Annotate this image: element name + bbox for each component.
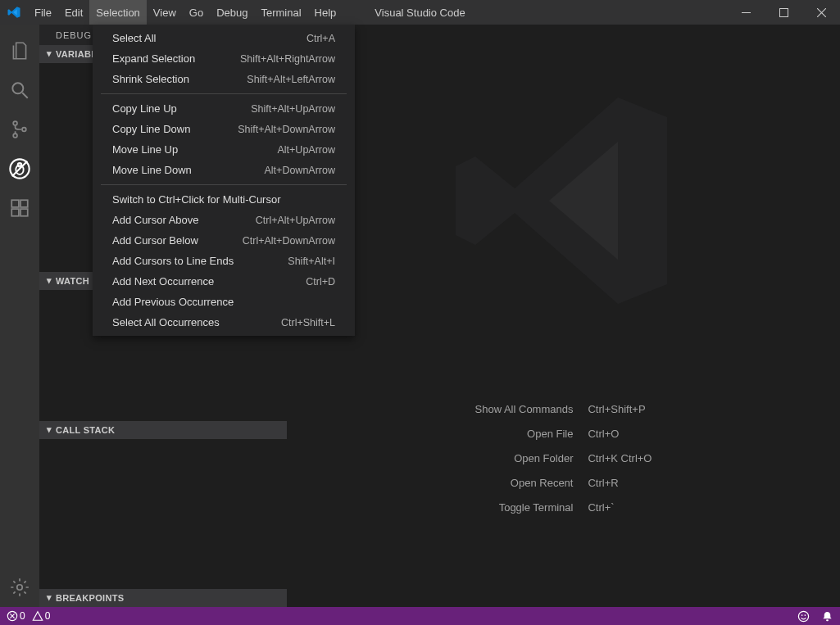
welcome-shortcut-label: Toggle Terminal bbox=[375, 501, 574, 514]
svg-point-5 bbox=[13, 134, 17, 138]
menu-item-add-previous-occurrence[interactable]: Add Previous Occurrence bbox=[93, 292, 355, 312]
menu-item-add-next-occurrence[interactable]: Add Next OccurrenceCtrl+D bbox=[93, 271, 355, 292]
svg-point-18 bbox=[801, 614, 803, 616]
activity-source-control-icon[interactable] bbox=[0, 110, 39, 149]
status-bell-icon[interactable] bbox=[821, 610, 833, 623]
welcome-shortcut-label: Show All Commands bbox=[375, 403, 574, 415]
vscode-logo-icon bbox=[0, 5, 28, 20]
menu-file[interactable]: File bbox=[28, 0, 58, 25]
svg-point-15 bbox=[17, 585, 23, 591]
menu-item-move-line-up[interactable]: Move Line UpAlt+UpArrow bbox=[93, 139, 355, 160]
svg-rect-11 bbox=[11, 200, 19, 207]
panel-label: CALL STACK bbox=[56, 425, 115, 435]
menu-terminal[interactable]: Terminal bbox=[254, 0, 307, 25]
svg-point-19 bbox=[805, 614, 806, 616]
svg-line-3 bbox=[22, 93, 28, 98]
status-feedback-icon[interactable] bbox=[797, 610, 810, 623]
activity-bar bbox=[0, 25, 39, 607]
welcome-shortcuts: Show All Commands Ctrl+Shift+P Open File… bbox=[375, 403, 752, 514]
menu-item-add-cursor-below[interactable]: Add Cursor BelowCtrl+Alt+DownArrow bbox=[93, 230, 355, 251]
panel-body-call-stack bbox=[39, 439, 287, 589]
menu-item-move-line-down[interactable]: Move Line DownAlt+DownArrow bbox=[93, 160, 355, 180]
menu-item-copy-line-down[interactable]: Copy Line DownShift+Alt+DownArrow bbox=[93, 119, 355, 139]
minimize-button[interactable] bbox=[727, 0, 765, 25]
panel-breakpoints: ▾ BREAKPOINTS bbox=[39, 589, 287, 607]
svg-rect-14 bbox=[20, 200, 28, 207]
window-title: Visual Studio Code bbox=[375, 7, 465, 19]
error-count: 0 bbox=[20, 610, 25, 622]
welcome-shortcut-key: Ctrl+K Ctrl+O bbox=[588, 452, 751, 464]
menu-go[interactable]: Go bbox=[183, 0, 210, 25]
chevron-down-icon: ▾ bbox=[43, 275, 56, 286]
menu-separator bbox=[101, 184, 347, 185]
warning-icon bbox=[32, 610, 43, 622]
panel-header-breakpoints[interactable]: ▾ BREAKPOINTS bbox=[39, 589, 287, 607]
welcome-shortcut-key: Ctrl+` bbox=[588, 501, 751, 514]
panel-header-call-stack[interactable]: ▾ CALL STACK bbox=[39, 421, 287, 439]
welcome-shortcut-label: Open File bbox=[375, 428, 574, 440]
activity-settings-icon[interactable] bbox=[0, 568, 39, 607]
svg-rect-13 bbox=[20, 209, 28, 216]
panel-label: WATCH bbox=[56, 276, 89, 286]
svg-rect-12 bbox=[11, 209, 19, 216]
selection-menu-dropdown: Select AllCtrl+A Expand SelectionShift+A… bbox=[93, 25, 355, 336]
chevron-down-icon: ▾ bbox=[43, 424, 56, 435]
chevron-down-icon: ▾ bbox=[43, 592, 56, 603]
svg-rect-20 bbox=[826, 619, 829, 621]
welcome-shortcut-label: Open Folder bbox=[375, 452, 574, 464]
menu-item-select-all[interactable]: Select AllCtrl+A bbox=[93, 28, 355, 48]
maximize-button[interactable] bbox=[765, 0, 802, 25]
menu-item-expand-selection[interactable]: Expand SelectionShift+Alt+RightArrow bbox=[93, 48, 355, 69]
menu-bar: File Edit Selection View Go Debug Termin… bbox=[28, 0, 343, 25]
svg-point-17 bbox=[798, 611, 808, 621]
menu-item-add-cursor-above[interactable]: Add Cursor AboveCtrl+Alt+UpArrow bbox=[93, 210, 355, 230]
panel-label: BREAKPOINTS bbox=[56, 593, 124, 603]
svg-rect-0 bbox=[742, 12, 751, 13]
welcome-shortcut-key: Ctrl+Shift+P bbox=[588, 403, 751, 415]
welcome-shortcut-label: Open Recent bbox=[375, 477, 574, 489]
window-controls bbox=[727, 0, 840, 25]
svg-rect-1 bbox=[779, 8, 788, 16]
activity-debug-icon[interactable] bbox=[0, 149, 39, 188]
warning-count: 0 bbox=[45, 610, 51, 622]
menu-view[interactable]: View bbox=[147, 0, 183, 25]
menu-item-select-all-occurrences[interactable]: Select All OccurrencesCtrl+Shift+L bbox=[93, 312, 355, 333]
svg-point-4 bbox=[13, 121, 17, 125]
status-problems[interactable]: 0 0 bbox=[7, 610, 50, 622]
menu-item-add-cursors-line-ends[interactable]: Add Cursors to Line EndsShift+Alt+I bbox=[93, 251, 355, 271]
menu-debug[interactable]: Debug bbox=[210, 0, 254, 25]
menu-item-copy-line-up[interactable]: Copy Line UpShift+Alt+UpArrow bbox=[93, 98, 355, 119]
panel-call-stack: ▾ CALL STACK bbox=[39, 421, 287, 589]
menu-separator bbox=[101, 93, 347, 94]
welcome-shortcut-key: Ctrl+O bbox=[588, 428, 751, 440]
editor-area: Show All Commands Ctrl+Shift+P Open File… bbox=[287, 25, 840, 607]
vscode-watermark-icon bbox=[441, 78, 687, 324]
close-button[interactable] bbox=[802, 0, 840, 25]
welcome-shortcut-key: Ctrl+R bbox=[588, 477, 751, 489]
menu-item-switch-multicursor[interactable]: Switch to Ctrl+Click for Multi-Cursor bbox=[93, 189, 355, 210]
title-bar: File Edit Selection View Go Debug Termin… bbox=[0, 0, 840, 25]
status-bar: 0 0 bbox=[0, 607, 840, 625]
menu-item-shrink-selection[interactable]: Shrink SelectionShift+Alt+LeftArrow bbox=[93, 69, 355, 89]
chevron-down-icon: ▾ bbox=[43, 48, 56, 59]
menu-edit[interactable]: Edit bbox=[58, 0, 89, 25]
svg-point-2 bbox=[12, 83, 23, 93]
activity-explorer-icon[interactable] bbox=[0, 31, 39, 70]
error-icon bbox=[7, 610, 18, 622]
activity-search-icon[interactable] bbox=[0, 70, 39, 110]
activity-extensions-icon[interactable] bbox=[0, 188, 39, 228]
menu-help[interactable]: Help bbox=[308, 0, 343, 25]
menu-selection[interactable]: Selection bbox=[89, 0, 146, 25]
svg-point-6 bbox=[22, 128, 26, 132]
